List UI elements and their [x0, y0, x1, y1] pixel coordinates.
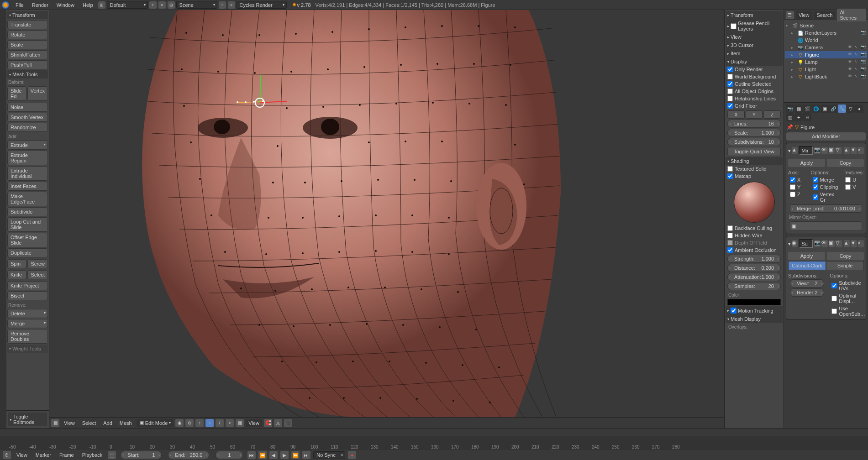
scene-item[interactable]: Scene [800, 23, 814, 28]
knife-project-button[interactable]: Knife Project [7, 281, 48, 290]
select-menu[interactable]: Select [79, 419, 99, 427]
panel-weight-tools[interactable]: Weight Tools [7, 345, 48, 353]
delete-layout-icon[interactable]: × [158, 1, 166, 9]
extrude-region-button[interactable]: Extrude Region [7, 151, 48, 165]
snap-icon[interactable]: 🧲 [264, 419, 272, 427]
subsurf-editmode-toggle[interactable]: ▣ [829, 240, 835, 247]
subsurf-down-icon[interactable]: ▼ [851, 240, 857, 247]
outliner-view-tab[interactable]: View [796, 11, 812, 19]
start-frame-field[interactable]: Start:1 [121, 451, 162, 459]
delete-button[interactable]: Delete [7, 309, 48, 318]
play-reverse-icon[interactable]: ◀ [269, 451, 278, 459]
physics-tab-icon[interactable]: ⚛ [803, 113, 811, 121]
outliner-allscenes-tab[interactable]: All Scenes [837, 9, 866, 21]
subsurf-name-field[interactable] [799, 239, 813, 248]
panel-n-view[interactable]: View [726, 33, 783, 41]
light-item[interactable]: Light [805, 67, 816, 72]
noise-button[interactable]: Noise [7, 103, 48, 112]
cam-ren-icon[interactable]: 📷 [861, 45, 866, 50]
breadcrumb-name[interactable]: Figure [800, 125, 815, 130]
cam-vis-icon[interactable]: 👁 [848, 45, 853, 50]
dof-checkbox[interactable] [727, 240, 733, 246]
opensubdiv-checkbox[interactable] [831, 308, 837, 314]
figure-item[interactable]: Figure [805, 52, 819, 58]
merge-button[interactable]: Merge [7, 319, 48, 328]
timeline-type-icon[interactable]: ⏱ [3, 451, 11, 459]
toolshelf-tabs[interactable] [0, 10, 6, 428]
lb-sel-icon[interactable]: ↖ [854, 74, 860, 79]
subsurf-up-icon[interactable]: ▲ [844, 240, 850, 247]
tl-frame-menu[interactable]: Frame [57, 451, 77, 459]
subsurf-realtime-toggle[interactable]: 👁 [821, 240, 827, 247]
backface-checkbox[interactable] [727, 225, 733, 231]
mirror-realtime-toggle[interactable]: 👁 [821, 147, 827, 154]
axis-x-toggle[interactable]: X [727, 110, 745, 119]
duplicate-button[interactable]: Duplicate [7, 248, 48, 257]
panel-motion-tracking[interactable]: Motion Tracking [726, 306, 783, 315]
jump-start-icon[interactable]: ⏮ [247, 451, 256, 459]
keyframe-next-icon[interactable]: ⏩ [291, 451, 300, 459]
extrude-individual-button[interactable]: Extrude Individual [7, 166, 48, 181]
mirror-vg-checkbox[interactable] [813, 194, 818, 200]
lb-vis-icon[interactable]: 👁 [848, 74, 853, 79]
fig-ren-icon[interactable]: 📷 [861, 52, 866, 58]
spin-button[interactable]: Spin [7, 259, 26, 268]
keyframe-prev-icon[interactable]: ⏪ [258, 451, 267, 459]
ao-checkbox[interactable] [727, 247, 733, 253]
add-scene-icon[interactable]: + [219, 1, 226, 9]
mirror-expand-icon[interactable]: ▾ [788, 148, 791, 154]
scene-dropdown[interactable]: Scene [176, 1, 217, 9]
render-engine-dropdown[interactable]: Cycles Render [237, 1, 287, 9]
hidden-wire-checkbox[interactable] [727, 233, 733, 238]
vertex-select-icon[interactable]: ▫ [205, 419, 214, 427]
textured-solid-checkbox[interactable] [727, 166, 733, 172]
light-ren-icon[interactable]: 📷 [861, 67, 866, 72]
scale-field[interactable]: Scale:1.000 [727, 129, 781, 137]
rotate-button[interactable]: Rotate [7, 30, 48, 39]
gp-checkbox[interactable] [731, 23, 736, 29]
timeline-cursor[interactable] [103, 436, 103, 450]
ao-color-swatch[interactable] [727, 299, 781, 305]
scene-browse-icon[interactable]: ⊞ [168, 1, 175, 9]
lamp-item[interactable]: Lamp [805, 59, 818, 65]
translate-button[interactable]: Translate [7, 20, 48, 29]
only-render-checkbox[interactable] [727, 67, 733, 72]
view-menu[interactable]: View [61, 419, 78, 427]
delete-scene-icon[interactable]: × [228, 1, 235, 9]
mirror-copy-button[interactable]: Copy [827, 159, 864, 167]
render-subdiv-field[interactable]: Render:2 [790, 288, 824, 297]
mirror-cage-toggle[interactable]: ▽ [836, 147, 842, 154]
knife-select-button[interactable]: Select [27, 270, 48, 279]
rl-restrict-icon[interactable]: 📷 [861, 30, 866, 36]
subsurf-expand-icon[interactable]: ▾ [788, 241, 791, 247]
snap-target-icon[interactable]: ◬ [274, 419, 282, 427]
catmull-clark-toggle[interactable]: Catmull-Clark [788, 261, 826, 270]
data-tab-icon[interactable]: ▽ [847, 105, 855, 113]
world-bg-checkbox[interactable] [727, 74, 733, 79]
autokey-icon[interactable]: ● [348, 451, 356, 459]
current-frame-field[interactable]: 1 [216, 451, 243, 459]
mirror-x-checkbox[interactable] [790, 177, 795, 183]
mirror-delete-icon[interactable]: × [858, 147, 864, 154]
sync-dropdown[interactable]: No Sync [313, 451, 345, 459]
mirror-y-checkbox[interactable] [790, 184, 795, 190]
offset-edge-button[interactable]: Offset Edge Slide [7, 233, 48, 247]
texture-tab-icon[interactable]: ▨ [786, 113, 794, 121]
menu-window[interactable]: Window [53, 1, 78, 9]
lamp-vis-icon[interactable]: 👁 [848, 59, 853, 65]
outliner-search-tab[interactable]: Search [814, 11, 836, 19]
panel-grease-pencil[interactable]: Grease Pencil Layers [726, 19, 783, 33]
mirror-z-checkbox[interactable] [790, 192, 795, 197]
subdivide-uvs-checkbox[interactable] [831, 283, 837, 288]
fig-sel-icon[interactable]: ↖ [854, 52, 860, 58]
subsurf-copy-button[interactable]: Copy [827, 252, 864, 260]
modifiers-tab-icon[interactable]: 🔧 [838, 105, 846, 113]
view-subdiv-field[interactable]: View:2 [790, 279, 824, 288]
add-menu[interactable]: Add [100, 419, 115, 427]
lines-field[interactable]: Lines:16 [727, 120, 781, 128]
manipulator-icon[interactable]: ↕ [195, 419, 204, 427]
panel-mesh-display[interactable]: Mesh Display [726, 315, 783, 323]
world-tab-icon[interactable]: 🌐 [812, 105, 820, 113]
mirror-apply-button[interactable]: Apply [788, 159, 825, 167]
lb-ren-icon[interactable]: 📷 [861, 74, 866, 79]
